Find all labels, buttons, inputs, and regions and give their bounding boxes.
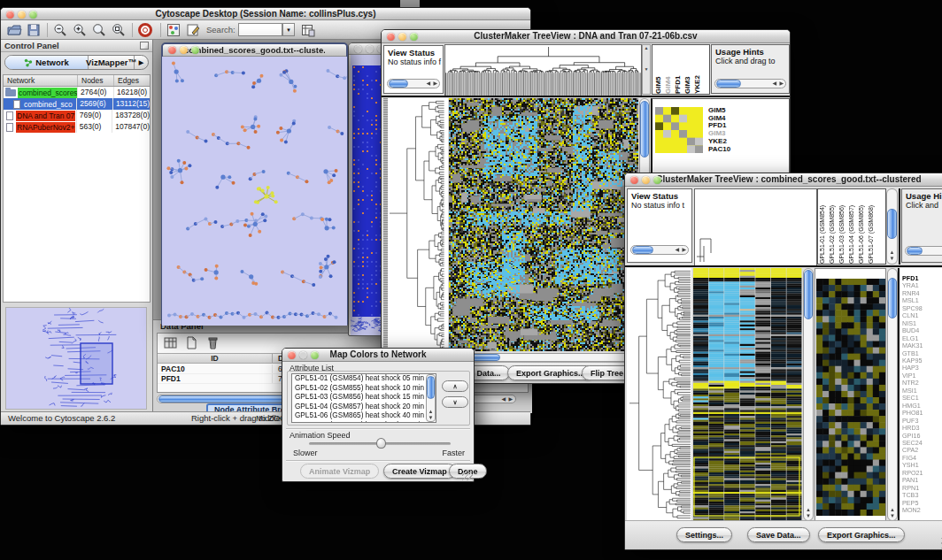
tv1-usage-text: Click and drag to [712, 57, 789, 65]
new-attribute-icon[interactable] [184, 335, 199, 350]
move-down-button[interactable]: ∨ [442, 396, 468, 408]
col-id[interactable]: ID [158, 354, 273, 363]
search-input[interactable] [238, 23, 282, 36]
network-table-row[interactable]: RNAPuberNov2+563(0)107847(0) [4, 121, 150, 133]
tv1-column-label[interactable]: YKE2 [693, 45, 703, 94]
col-edges[interactable]: Edges [114, 75, 150, 86]
close-button[interactable] [6, 11, 14, 19]
dialog-titlebar[interactable]: Map Colors to Network [282, 349, 474, 362]
search-dropdown-arrow[interactable]: ▼ [282, 23, 295, 36]
zoom-button[interactable] [653, 176, 661, 184]
network-table-row[interactable]: combined_scores2764(0)16218(0) [4, 87, 150, 98]
save-icon[interactable] [26, 22, 42, 38]
close-button[interactable] [387, 33, 395, 41]
tv1-heatmap-hscrollbar[interactable]: ◀▶ [449, 353, 638, 362]
tv2-titlebar[interactable]: ClusterMaker TreeView : combined_scores_… [625, 173, 942, 187]
tv2-button-bar: Settings...Save Data...Export Graphics..… [625, 520, 942, 549]
network-name: combined_sco [23, 99, 73, 110]
tv2-zoomed-heatmap[interactable] [816, 279, 885, 516]
resize-grip[interactable] [462, 470, 473, 480]
network-table-row[interactable]: DNA and Tran 07769(0)183728(0) [4, 110, 150, 121]
node-palette-icon[interactable] [166, 22, 181, 38]
tv2-button-export-graphics[interactable]: Export Graphics... [818, 527, 905, 542]
tab-vizmapper[interactable]: VizMapper™ [89, 56, 135, 69]
zoom-button[interactable] [410, 33, 418, 41]
network-table-row[interactable]: combined_sco2569(6)13112(15) [4, 98, 150, 110]
gene-label[interactable]: MON2 [902, 507, 923, 514]
tv1-similarity-matrix[interactable] [655, 107, 703, 153]
help-lifebuoy-icon[interactable] [137, 22, 153, 38]
birds-eye-view[interactable] [5, 307, 147, 410]
tv2-column-label[interactable]: GPL51-02 (GSM855) [829, 189, 838, 264]
close-button[interactable] [354, 45, 362, 53]
tv2-collabel-vscrollbar[interactable]: ▲▼ [886, 188, 898, 265]
minimize-button[interactable] [180, 46, 188, 54]
tv2-column-dendrogram[interactable] [694, 188, 817, 266]
tv2-heatmap[interactable] [693, 268, 802, 521]
tv1-column-label[interactable]: GIM4 [664, 45, 674, 94]
attribute-list-item[interactable]: GPL51-06 (GSM865) heat shock 40 min [292, 411, 436, 421]
tv2-column-label[interactable]: GPL51-04 (GSM857) [848, 189, 858, 264]
tv1-status-hscrollbar[interactable]: ◀▶ [387, 79, 440, 88]
minimize-button[interactable] [18, 11, 26, 19]
tv2-status-hscrollbar[interactable]: ◀▶ [630, 245, 689, 255]
zoom-selected-icon[interactable] [91, 22, 107, 38]
minimize-button[interactable] [366, 45, 374, 53]
tv2-button-save-data[interactable]: Save Data... [747, 527, 810, 542]
col-network[interactable]: Network [4, 75, 78, 86]
delete-attribute-trash-icon[interactable] [205, 335, 220, 350]
open-file-icon[interactable] [6, 22, 22, 38]
zoom-button[interactable] [311, 351, 319, 359]
dialog-button-create-vizmap[interactable]: Create Vizmap [383, 464, 456, 479]
tv1-column-label[interactable]: PFD1 [674, 45, 683, 94]
minimize-button[interactable] [642, 176, 650, 184]
move-up-button[interactable]: ∧ [442, 380, 468, 392]
attribute-list-vscrollbar[interactable]: ▲▼ [426, 374, 436, 422]
attribute-list-item[interactable]: GPL51-07 (GSM868) heat shock 60 min [292, 421, 436, 424]
tv1-column-dendrogram[interactable] [444, 44, 642, 96]
annotation-icon[interactable] [185, 22, 201, 38]
tab-network[interactable]: Network [5, 56, 89, 69]
tv2-column-label[interactable]: GPL51-03 (GSM856) [838, 189, 848, 264]
import-table-icon[interactable] [300, 22, 316, 38]
zoom-fit-icon[interactable] [111, 22, 127, 38]
tv2-column-label[interactable]: GPL51-01 (GSM854) [819, 189, 829, 264]
attribute-list-item[interactable]: GPL51-04 (GSM857) heat shock 20 min [292, 403, 436, 412]
zoom-button[interactable] [191, 46, 199, 54]
attribute-list-item[interactable]: GPL51-01 (GSM854) heat shock 05 min [292, 374, 436, 384]
animation-speed-slider[interactable] [309, 442, 451, 445]
close-button[interactable] [630, 176, 638, 184]
tv1-button-export-graphics[interactable]: Export Graphics... [507, 365, 594, 380]
tv2-row-dendrogram[interactable] [627, 268, 691, 521]
tv1-heatmap[interactable] [449, 98, 638, 351]
tv2-button-settings[interactable]: Settings... [676, 527, 732, 542]
tv2-zoom-vscrollbar[interactable]: ▲▼ [887, 268, 898, 521]
close-button[interactable] [168, 46, 176, 54]
tv1-titlebar[interactable]: ClusterMaker TreeView : DNA and Tran 07-… [382, 30, 790, 43]
zoom-in-icon[interactable] [72, 22, 88, 38]
slider-thumb[interactable] [376, 438, 386, 449]
minimize-button[interactable] [398, 33, 406, 41]
tv2-heatmap-vscrollbar[interactable]: ▲▼ [803, 268, 814, 521]
float-panel-icon[interactable] [140, 42, 149, 50]
net1-titlebar[interactable]: combined_scores_good.txt--cluste... [163, 44, 346, 57]
main-titlebar[interactable]: Cytoscape Desktop (Session Name: collins… [1, 8, 530, 20]
tab-overflow-arrow[interactable]: ▶ [135, 56, 148, 69]
close-button[interactable] [288, 351, 296, 359]
tv1-row-dendrogram[interactable] [383, 98, 448, 351]
select-attributes-icon[interactable] [163, 335, 178, 350]
tv1-column-label[interactable]: GIM3 [683, 45, 693, 94]
tv2-column-label[interactable]: GPL51-07 (GSM868) [868, 189, 877, 264]
zoom-button[interactable] [29, 11, 37, 19]
tv1-row-label[interactable]: PAC10 [708, 146, 730, 154]
tv1-usage-hscrollbar[interactable]: ◀▶ [714, 79, 786, 88]
tv1-mini-vscrollbar[interactable]: ▲▼ [642, 44, 651, 95]
attribute-list-item[interactable]: GPL51-03 (GSM856) heat shock 15 min [292, 393, 436, 403]
network-view-canvas-1[interactable] [162, 57, 347, 326]
zoom-out-icon[interactable] [52, 22, 68, 38]
attribute-list-item[interactable]: GPL51-02 (GSM855) heat shock 10 min [292, 384, 436, 394]
tv2-usage-hscrollbar[interactable] [905, 246, 942, 256]
tv1-column-label[interactable]: GIM5 [654, 45, 664, 94]
col-nodes[interactable]: Nodes [78, 75, 114, 86]
tv2-column-label[interactable]: GPL51-06 (GSM865) [858, 189, 868, 264]
